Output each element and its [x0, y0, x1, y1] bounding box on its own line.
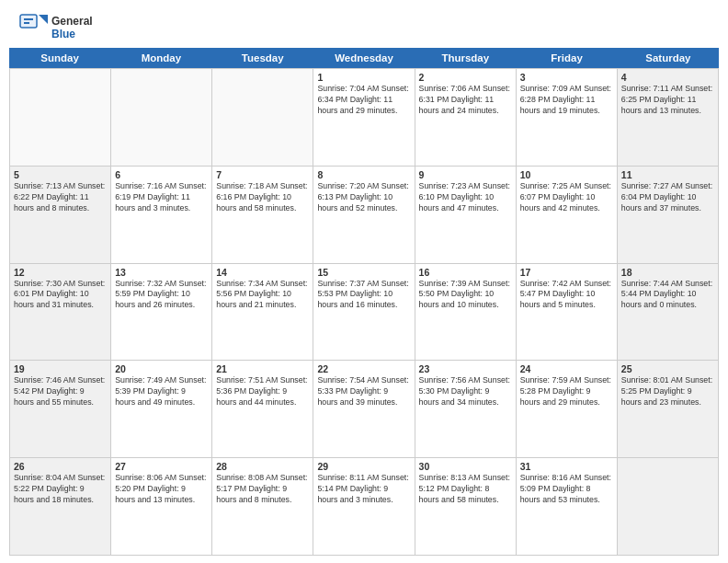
weekday-header-thursday: Thursday	[415, 48, 516, 68]
day-number: 29	[317, 461, 410, 472]
calendar-row-1: 5Sunrise: 7:13 AM Sunset: 6:22 PM Daylig…	[10, 167, 719, 264]
calendar-cell-4-2: 28Sunrise: 8:08 AM Sunset: 5:17 PM Dayli…	[212, 458, 313, 555]
day-number: 21	[216, 363, 309, 374]
svg-rect-2	[24, 18, 33, 20]
cell-info: Sunrise: 7:54 AM Sunset: 5:33 PM Dayligh…	[317, 375, 410, 408]
day-number: 23	[419, 363, 512, 374]
logo-blue: Blue	[51, 28, 93, 40]
weekday-header-tuesday: Tuesday	[212, 48, 313, 68]
day-number: 8	[317, 169, 410, 180]
cell-info: Sunrise: 8:13 AM Sunset: 5:12 PM Dayligh…	[419, 473, 512, 506]
calendar-cell-1-5: 10Sunrise: 7:25 AM Sunset: 6:07 PM Dayli…	[517, 167, 618, 263]
calendar-cell-2-4: 16Sunrise: 7:39 AM Sunset: 5:50 PM Dayli…	[415, 264, 517, 361]
calendar-cell-1-0: 5Sunrise: 7:13 AM Sunset: 6:22 PM Daylig…	[10, 167, 111, 263]
cell-info: Sunrise: 7:18 AM Sunset: 6:16 PM Dayligh…	[216, 181, 309, 214]
weekday-header-saturday: Saturday	[618, 48, 719, 68]
cell-info: Sunrise: 7:56 AM Sunset: 5:30 PM Dayligh…	[419, 375, 512, 408]
calendar-cell-0-4: 2Sunrise: 7:06 AM Sunset: 6:31 PM Daylig…	[415, 69, 517, 166]
calendar-cell-4-1: 27Sunrise: 8:06 AM Sunset: 5:20 PM Dayli…	[111, 458, 212, 555]
weekday-header-monday: Monday	[110, 48, 211, 68]
cell-info: Sunrise: 7:06 AM Sunset: 6:31 PM Dayligh…	[419, 84, 512, 117]
day-number: 27	[115, 461, 208, 472]
logo: General Blue	[18, 13, 93, 42]
cell-info: Sunrise: 7:23 AM Sunset: 6:10 PM Dayligh…	[419, 181, 512, 214]
calendar-row-0: 1Sunrise: 7:04 AM Sunset: 6:34 PM Daylig…	[10, 69, 719, 167]
day-number: 4	[621, 72, 714, 83]
page-header: General Blue	[0, 0, 728, 48]
day-number: 5	[14, 169, 107, 180]
calendar-cell-0-0	[10, 69, 111, 166]
day-number: 25	[621, 363, 714, 374]
cell-info: Sunrise: 7:04 AM Sunset: 6:34 PM Dayligh…	[317, 84, 410, 117]
cell-info: Sunrise: 8:08 AM Sunset: 5:17 PM Dayligh…	[216, 473, 309, 506]
calendar-cell-3-2: 21Sunrise: 7:51 AM Sunset: 5:36 PM Dayli…	[212, 361, 313, 457]
calendar-cell-0-5: 3Sunrise: 7:09 AM Sunset: 6:28 PM Daylig…	[517, 69, 618, 166]
cell-info: Sunrise: 7:13 AM Sunset: 6:22 PM Dayligh…	[14, 181, 107, 214]
calendar-cell-4-3: 29Sunrise: 8:11 AM Sunset: 5:14 PM Dayli…	[313, 458, 415, 555]
cell-info: Sunrise: 7:59 AM Sunset: 5:28 PM Dayligh…	[520, 375, 613, 408]
calendar-header: SundayMondayTuesdayWednesdayThursdayFrid…	[9, 48, 719, 68]
day-number: 19	[14, 363, 107, 374]
calendar-cell-1-4: 9Sunrise: 7:23 AM Sunset: 6:10 PM Daylig…	[415, 167, 517, 263]
cell-info: Sunrise: 7:34 AM Sunset: 5:56 PM Dayligh…	[216, 279, 309, 312]
cell-info: Sunrise: 8:11 AM Sunset: 5:14 PM Dayligh…	[317, 473, 410, 506]
cell-info: Sunrise: 8:06 AM Sunset: 5:20 PM Dayligh…	[115, 473, 208, 506]
weekday-header-sunday: Sunday	[9, 48, 110, 68]
cell-info: Sunrise: 8:04 AM Sunset: 5:22 PM Dayligh…	[14, 473, 107, 506]
calendar-cell-2-3: 15Sunrise: 7:37 AM Sunset: 5:53 PM Dayli…	[313, 264, 415, 361]
day-number: 16	[419, 267, 512, 278]
svg-rect-3	[24, 22, 29, 24]
calendar-cell-3-5: 24Sunrise: 7:59 AM Sunset: 5:28 PM Dayli…	[517, 361, 618, 457]
cell-info: Sunrise: 7:32 AM Sunset: 5:59 PM Dayligh…	[115, 279, 208, 312]
day-number: 15	[317, 267, 410, 278]
calendar-cell-2-2: 14Sunrise: 7:34 AM Sunset: 5:56 PM Dayli…	[212, 264, 313, 361]
calendar-cell-1-2: 7Sunrise: 7:18 AM Sunset: 6:16 PM Daylig…	[212, 167, 313, 263]
day-number: 28	[216, 461, 309, 472]
day-number: 2	[419, 72, 512, 83]
calendar-cell-2-6: 18Sunrise: 7:44 AM Sunset: 5:44 PM Dayli…	[618, 264, 719, 361]
calendar-body: 1Sunrise: 7:04 AM Sunset: 6:34 PM Daylig…	[9, 68, 719, 556]
calendar-cell-1-3: 8Sunrise: 7:20 AM Sunset: 6:13 PM Daylig…	[313, 167, 415, 263]
day-number: 9	[419, 169, 512, 180]
cell-info: Sunrise: 8:01 AM Sunset: 5:25 PM Dayligh…	[621, 375, 714, 408]
cell-info: Sunrise: 7:11 AM Sunset: 6:25 PM Dayligh…	[621, 84, 714, 117]
cell-info: Sunrise: 7:16 AM Sunset: 6:19 PM Dayligh…	[115, 181, 208, 214]
calendar-cell-0-3: 1Sunrise: 7:04 AM Sunset: 6:34 PM Daylig…	[313, 69, 415, 166]
calendar-cell-0-2	[212, 69, 313, 166]
calendar-cell-2-5: 17Sunrise: 7:42 AM Sunset: 5:47 PM Dayli…	[517, 264, 618, 361]
calendar-row-4: 26Sunrise: 8:04 AM Sunset: 5:22 PM Dayli…	[10, 458, 719, 556]
calendar-cell-3-0: 19Sunrise: 7:46 AM Sunset: 5:42 PM Dayli…	[10, 361, 111, 457]
calendar-row-3: 19Sunrise: 7:46 AM Sunset: 5:42 PM Dayli…	[10, 361, 719, 458]
cell-info: Sunrise: 7:44 AM Sunset: 5:44 PM Dayligh…	[621, 279, 714, 312]
cell-info: Sunrise: 8:16 AM Sunset: 5:09 PM Dayligh…	[520, 473, 613, 506]
day-number: 17	[520, 267, 613, 278]
cell-info: Sunrise: 7:46 AM Sunset: 5:42 PM Dayligh…	[14, 375, 107, 408]
calendar-cell-2-1: 13Sunrise: 7:32 AM Sunset: 5:59 PM Dayli…	[111, 264, 212, 361]
calendar-cell-4-4: 30Sunrise: 8:13 AM Sunset: 5:12 PM Dayli…	[415, 458, 517, 555]
day-number: 14	[216, 267, 309, 278]
cell-info: Sunrise: 7:27 AM Sunset: 6:04 PM Dayligh…	[621, 181, 714, 214]
svg-rect-1	[20, 15, 37, 28]
calendar-cell-0-1	[111, 69, 212, 166]
day-number: 10	[520, 169, 613, 180]
calendar-cell-3-4: 23Sunrise: 7:56 AM Sunset: 5:30 PM Dayli…	[415, 361, 517, 457]
day-number: 30	[419, 461, 512, 472]
calendar-cell-4-0: 26Sunrise: 8:04 AM Sunset: 5:22 PM Dayli…	[10, 458, 111, 555]
cell-info: Sunrise: 7:51 AM Sunset: 5:36 PM Dayligh…	[216, 375, 309, 408]
calendar-cell-0-6: 4Sunrise: 7:11 AM Sunset: 6:25 PM Daylig…	[618, 69, 719, 166]
cell-info: Sunrise: 7:49 AM Sunset: 5:39 PM Dayligh…	[115, 375, 208, 408]
day-number: 11	[621, 169, 714, 180]
day-number: 18	[621, 267, 714, 278]
day-number: 1	[317, 72, 410, 83]
day-number: 3	[520, 72, 613, 83]
cell-info: Sunrise: 7:20 AM Sunset: 6:13 PM Dayligh…	[317, 181, 410, 214]
cell-info: Sunrise: 7:39 AM Sunset: 5:50 PM Dayligh…	[419, 279, 512, 312]
cell-info: Sunrise: 7:37 AM Sunset: 5:53 PM Dayligh…	[317, 279, 410, 312]
cell-info: Sunrise: 7:25 AM Sunset: 6:07 PM Dayligh…	[520, 181, 613, 214]
day-number: 7	[216, 169, 309, 180]
day-number: 12	[14, 267, 107, 278]
cell-info: Sunrise: 7:42 AM Sunset: 5:47 PM Dayligh…	[520, 279, 613, 312]
day-number: 20	[115, 363, 208, 374]
cell-info: Sunrise: 7:30 AM Sunset: 6:01 PM Dayligh…	[14, 279, 107, 312]
day-number: 6	[115, 169, 208, 180]
